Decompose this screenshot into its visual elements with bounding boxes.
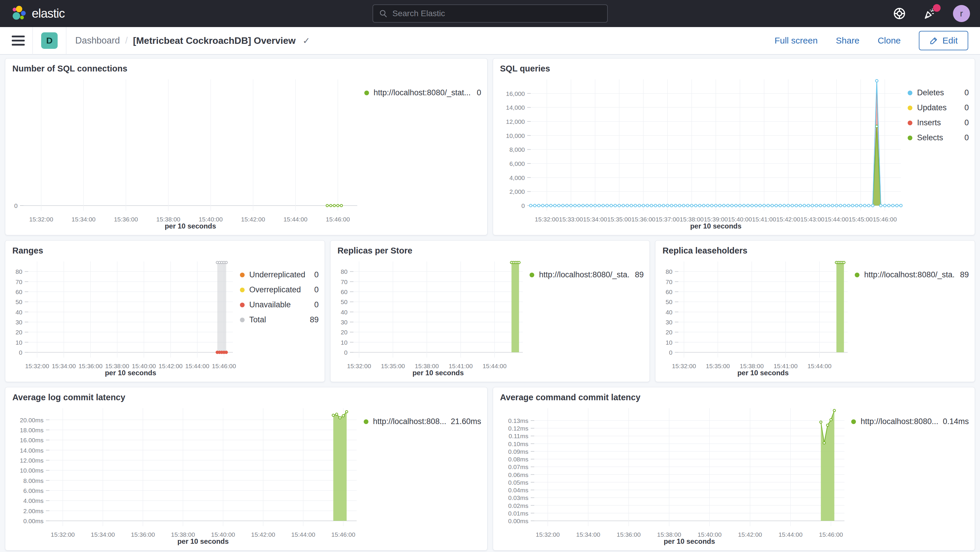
legend-item[interactable]: Unavailable0: [240, 300, 319, 309]
panel-title[interactable]: Replica leaseholders: [655, 240, 975, 257]
life-ring-icon: [892, 7, 906, 20]
chart-legend: http://localhost:8080...0.14ms: [851, 404, 975, 548]
help-button[interactable]: [892, 6, 907, 21]
legend-color-dot: [908, 135, 912, 140]
svg-text:12,000: 12,000: [506, 118, 525, 125]
svg-text:per 10 seconds: per 10 seconds: [177, 537, 229, 545]
chart-legend: http://localhost:8080/_sta...89: [855, 257, 975, 379]
svg-text:15:32:00: 15:32:00: [51, 531, 75, 538]
sql-connections-chart[interactable]: 015:32:0015:34:0015:36:0015:38:0015:40:0…: [5, 75, 364, 232]
elastic-logo[interactable]: elastic: [10, 5, 65, 22]
panel-title[interactable]: Ranges: [5, 240, 325, 257]
replicas-per-store-chart[interactable]: 0102030405060708015:32:0015:35:0015:38:0…: [331, 257, 530, 379]
svg-text:15:46:00: 15:46:00: [873, 216, 897, 223]
svg-text:0.13ms: 0.13ms: [508, 417, 528, 424]
full-screen-button[interactable]: Full screen: [775, 36, 818, 46]
panel-title[interactable]: SQL queries: [493, 59, 975, 75]
legend-value: 89: [635, 270, 644, 279]
dashboard-grid: Number of SQL connections 015:32:0015:34…: [0, 55, 980, 550]
svg-text:15:32:00: 15:32:00: [535, 216, 558, 223]
legend-label: http://localhost:8080/_sta...: [539, 270, 630, 279]
legend-item[interactable]: http://localhost:8080/_sta...89: [530, 270, 644, 279]
svg-text:15:46:00: 15:46:00: [326, 216, 350, 223]
svg-text:per 10 seconds: per 10 seconds: [165, 222, 216, 230]
edit-button[interactable]: Edit: [919, 31, 968, 50]
svg-text:15:34:00: 15:34:00: [91, 531, 115, 538]
legend-item[interactable]: http://localhost:8080/_stat...0: [364, 88, 481, 97]
share-button[interactable]: Share: [836, 36, 859, 46]
legend-item[interactable]: Overreplicated0: [240, 285, 319, 294]
breadcrumb-dashboard-link[interactable]: Dashboard: [75, 35, 120, 46]
svg-text:0: 0: [521, 202, 525, 209]
divider: [66, 27, 67, 54]
panel-title[interactable]: Replicas per Store: [331, 240, 650, 257]
svg-text:0.11ms: 0.11ms: [508, 433, 528, 439]
svg-text:70: 70: [666, 278, 673, 285]
legend-label: Selects: [917, 133, 960, 142]
search-input[interactable]: [393, 9, 601, 18]
panel-title[interactable]: Number of SQL connections: [5, 59, 487, 75]
legend-item[interactable]: http://localhost:8080...0.14ms: [851, 417, 969, 426]
svg-text:15:45:00: 15:45:00: [849, 216, 873, 223]
svg-text:15:32:00: 15:32:00: [535, 531, 560, 538]
svg-text:15:36:00: 15:36:00: [631, 216, 655, 223]
svg-text:15:40:00: 15:40:00: [132, 363, 156, 369]
legend-item[interactable]: Inserts0: [908, 118, 969, 127]
svg-text:15:40:00: 15:40:00: [211, 531, 235, 538]
log-commit-latency-chart[interactable]: 0.00ms2.00ms4.00ms6.00ms8.00ms10.00ms12.…: [5, 404, 364, 548]
global-search[interactable]: [372, 5, 608, 23]
svg-text:15:44:00: 15:44:00: [291, 531, 315, 538]
legend-item[interactable]: Underreplicated0: [240, 270, 319, 279]
legend-value: 0: [964, 133, 969, 142]
legend-label: Unavailable: [249, 300, 310, 309]
top-app-bar: elastic: [0, 0, 980, 27]
svg-text:15:42:00: 15:42:00: [251, 531, 275, 538]
svg-text:4,000: 4,000: [509, 174, 525, 181]
legend-item[interactable]: http://localhost:808...21.60ms: [364, 417, 481, 426]
legend-color-dot: [908, 106, 912, 110]
svg-text:15:35:00: 15:35:00: [607, 216, 631, 223]
svg-text:0.10ms: 0.10ms: [508, 441, 528, 447]
legend-value: 89: [310, 315, 319, 325]
legend-label: http://localhost:8080/_stat...: [374, 88, 472, 97]
svg-text:0.07ms: 0.07ms: [508, 463, 528, 470]
panel-title[interactable]: Average command commit latency: [493, 387, 975, 404]
svg-text:15:38:00: 15:38:00: [740, 363, 764, 369]
legend-item[interactable]: Selects0: [908, 133, 969, 142]
svg-text:15:44:00: 15:44:00: [482, 363, 507, 369]
panel-average-log-commit-latency: Average log commit latency 0.00ms2.00ms4…: [5, 387, 487, 550]
legend-color-dot: [855, 273, 859, 277]
ranges-chart[interactable]: 0102030405060708015:32:0015:34:0015:36:0…: [5, 257, 240, 379]
panel-number-of-sql-connections: Number of SQL connections 015:32:0015:34…: [5, 58, 487, 235]
svg-text:50: 50: [666, 299, 673, 305]
svg-text:15:32:00: 15:32:00: [29, 216, 53, 223]
command-commit-latency-chart[interactable]: 0.00ms0.01ms0.02ms0.03ms0.04ms0.05ms0.06…: [493, 404, 851, 548]
sql-queries-chart[interactable]: 02,0004,0006,0008,00010,00012,00014,0001…: [493, 75, 908, 232]
svg-text:15:35:00: 15:35:00: [706, 363, 730, 369]
dashboard-app-badge[interactable]: D: [41, 32, 57, 49]
legend-item[interactable]: Deletes0: [908, 88, 969, 97]
legend-label: http://localhost:808...: [373, 417, 446, 426]
legend-item[interactable]: Updates0: [908, 103, 969, 112]
check-chevron-icon[interactable]: ✓: [302, 36, 310, 46]
menu-button[interactable]: [12, 36, 25, 46]
panel-title[interactable]: Average log commit latency: [5, 387, 487, 404]
svg-text:per 10 seconds: per 10 seconds: [663, 537, 715, 545]
page-title: [Metricbeat CockroachDB] Overview: [133, 35, 296, 46]
svg-text:0.09ms: 0.09ms: [508, 448, 528, 455]
newsfeed-button[interactable]: [923, 6, 938, 21]
legend-item[interactable]: Total89: [240, 315, 319, 325]
legend-value: 0: [314, 300, 319, 309]
svg-text:70: 70: [340, 278, 347, 285]
svg-text:per 10 seconds: per 10 seconds: [737, 369, 789, 377]
replica-leaseholders-chart[interactable]: 0102030405060708015:32:0015:35:0015:38:0…: [655, 257, 855, 379]
legend-item[interactable]: http://localhost:8080/_sta...89: [855, 270, 969, 279]
svg-text:15:44:00: 15:44:00: [778, 531, 802, 538]
clone-button[interactable]: Clone: [878, 36, 900, 46]
svg-text:15:32:00: 15:32:00: [347, 363, 371, 369]
svg-text:15:40:00: 15:40:00: [697, 531, 722, 538]
svg-text:0.08ms: 0.08ms: [508, 456, 528, 463]
svg-text:15:35:00: 15:35:00: [381, 363, 405, 369]
svg-text:15:33:00: 15:33:00: [558, 216, 583, 223]
avatar[interactable]: r: [953, 5, 970, 22]
